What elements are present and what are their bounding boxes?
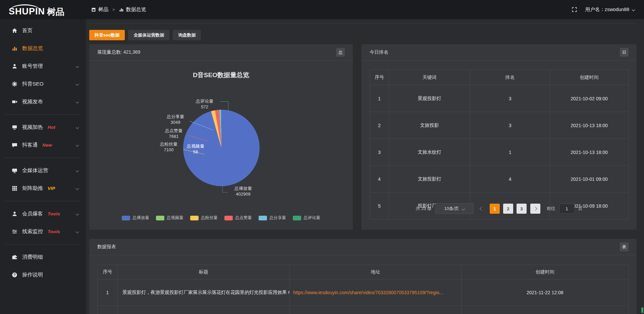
user2-icon: [11, 211, 17, 217]
rank-column-header: 排名: [470, 70, 550, 85]
table-cell: 2021-11-22 12:08: [462, 279, 629, 306]
chart-legend: 总播放量总视频量总粉丝量总点赞量总分享量总评论量: [89, 215, 353, 221]
page-button-2[interactable]: 2: [503, 204, 513, 214]
chevron-right-icon: [533, 207, 537, 210]
grid-icon: [11, 186, 17, 192]
wallet-icon: [11, 254, 17, 260]
legend-item[interactable]: 总视频量: [156, 215, 183, 221]
pie-leader-comment: [220, 101, 228, 113]
table-cell: 4: [470, 166, 550, 193]
user-icon: [11, 63, 17, 69]
legend-item[interactable]: 总粉丝量: [190, 215, 218, 221]
table-cell: 文旅投影: [389, 112, 470, 139]
table-cell: 3: [470, 85, 550, 112]
rank-table-body: 1景观投影灯32021-10-02 09:002文旅投影32021-10-13 …: [370, 85, 629, 219]
legend-swatch: [156, 216, 164, 220]
sidebar-item-consume-detail[interactable]: 消费明细: [0, 248, 86, 266]
sidebar-item-label: 抖音SEO: [22, 81, 44, 88]
report-link[interactable]: https://www.iesdouyin.com/share/video/70…: [293, 290, 443, 295]
bar-chart-icon: [119, 7, 124, 12]
page-size-select[interactable]: 10条/页: [435, 203, 474, 214]
sidebar-item-clue-monitor[interactable]: 线索监控Tools: [0, 223, 86, 241]
home-icon: [11, 28, 17, 34]
table-cell: 1: [98, 279, 118, 306]
legend-item[interactable]: 总播放量: [122, 215, 149, 221]
scrollbar-thumb[interactable]: [641, 307, 643, 313]
legend-item[interactable]: 总分享量: [259, 215, 286, 221]
pie-label-name: 总播放量: [228, 186, 258, 191]
sidebar-divider: [5, 158, 81, 158]
goto-unit-label: 页: [578, 206, 583, 212]
sidebar-item-label: 矩阵助推: [22, 185, 43, 192]
sidebar-item-media-ops[interactable]: 全媒体运营: [0, 162, 86, 179]
monitor-icon: [11, 168, 17, 174]
goto-label: 前往: [547, 206, 555, 212]
report-link-cell: https://www.iesdouyin.com/share/video/70…: [289, 279, 462, 306]
sidebar-item-label: 视频加热: [22, 124, 43, 131]
sidebar-item-video-publish[interactable]: 视频发布: [0, 93, 86, 111]
table-cell: 景观投影灯: [389, 85, 470, 112]
report-title-cell: 景观投影灯，夜游景观投影灯厂家展示展示落花灯在花园里的灯光投影应用效果 #: [117, 279, 289, 306]
sidebar-item-label: 抖客通: [22, 142, 38, 149]
table-cell: 2: [370, 112, 389, 139]
tab-3[interactable]: 询盘数据: [173, 30, 201, 40]
rank-panel-body: 序号关键词排名创建时间 1景观投影灯32021-10-02 09:002文旅投影…: [362, 61, 637, 219]
sidebar-item-douketong[interactable]: 抖客通New: [0, 136, 86, 154]
pie-label-share: 总分享量 3049: [161, 114, 190, 125]
sidebar-item-badge: VIP: [48, 186, 55, 191]
sidebar-item-badge: Hot: [48, 125, 55, 130]
breadcrumb-item-home[interactable]: 树品: [91, 6, 108, 13]
legend-swatch: [224, 216, 233, 220]
legend-swatch: [259, 216, 267, 220]
overview-panel-title: 展现量总数: 421,369: [97, 49, 140, 55]
legend-item[interactable]: 总点赞量: [224, 215, 252, 221]
overview-total-badge-button[interactable]: 总: [336, 48, 345, 57]
legend-label: 总视频量: [167, 215, 183, 221]
report-panel-title: 数据报表: [97, 244, 116, 250]
report-table-badge-button[interactable]: 表: [620, 243, 629, 251]
data-tabs: 抖音seo数据全媒体运营数据询盘数据: [89, 30, 201, 40]
topbar: SHUPIN 树品 树品 > 数据总览 用户名：zswodun88: [0, 0, 644, 19]
sidebar-item-video-heat[interactable]: 视频加热Hot: [0, 118, 86, 136]
page-button-3[interactable]: 3: [517, 204, 527, 214]
rank-column-header: 创建时间: [550, 70, 629, 85]
logo[interactable]: SHUPIN 树品: [0, 3, 86, 16]
tv-icon: [11, 124, 17, 130]
sidebar-item-douyin-seo[interactable]: 抖音SEO: [0, 75, 86, 93]
svg-text:?: ?: [13, 273, 15, 277]
sidebar-item-matrix-boost[interactable]: 矩阵助推VIP: [0, 179, 86, 197]
pie-label-name: 总点赞量: [159, 128, 188, 134]
user-menu[interactable]: 用户名：zswodun88: [585, 6, 635, 13]
chevron-down-icon: [632, 8, 635, 11]
prev-page-button[interactable]: [477, 204, 486, 214]
sidebar-item-account-manage[interactable]: 账号管理: [0, 57, 86, 75]
goto-page-input[interactable]: 1: [559, 204, 575, 214]
pie-label-fans: 总粉丝量 7100: [154, 141, 183, 153]
sidebar-item-label: 消费明细: [22, 254, 43, 261]
sidebar-menu: 首页数据总览账号管理抖音SEO视频发布视频加热Hot抖客通New全媒体运营矩阵助…: [0, 19, 86, 284]
sidebar-item-help[interactable]: ?操作说明: [0, 266, 86, 284]
sidebar-item-home[interactable]: 首页: [0, 22, 86, 40]
page-button-1[interactable]: 1: [490, 204, 500, 214]
sidebar-item-member-baoke[interactable]: 会员爆客Tools: [0, 205, 86, 223]
fullscreen-icon[interactable]: [572, 7, 577, 12]
report-column-header: 序号: [98, 265, 118, 279]
legend-item[interactable]: 总评论量: [293, 215, 320, 221]
breadcrumb-item-current[interactable]: 数据总览: [119, 6, 146, 13]
chevron-down-icon: [76, 230, 79, 233]
report-column-header: 创建时间: [462, 265, 629, 279]
breadcrumb-separator: >: [112, 7, 115, 12]
sidebar-item-data-overview[interactable]: 数据总览: [0, 40, 86, 57]
page-buttons: 123: [490, 204, 527, 214]
legend-swatch: [190, 216, 199, 220]
chevron-down-icon: [76, 100, 79, 104]
tab-1[interactable]: 抖音seo数据: [89, 30, 125, 40]
tab-2[interactable]: 全媒体运营数据: [128, 30, 169, 40]
chevron-down-icon: [76, 83, 79, 86]
next-page-button[interactable]: [530, 204, 540, 214]
table-cell: 3: [370, 139, 389, 166]
username-label: 用户名：zswodun88: [585, 6, 629, 13]
page-size-value: 10条/页: [444, 206, 459, 212]
rank-column-header: 序号: [370, 70, 389, 85]
rank-day-badge-button[interactable]: 日: [620, 48, 629, 57]
